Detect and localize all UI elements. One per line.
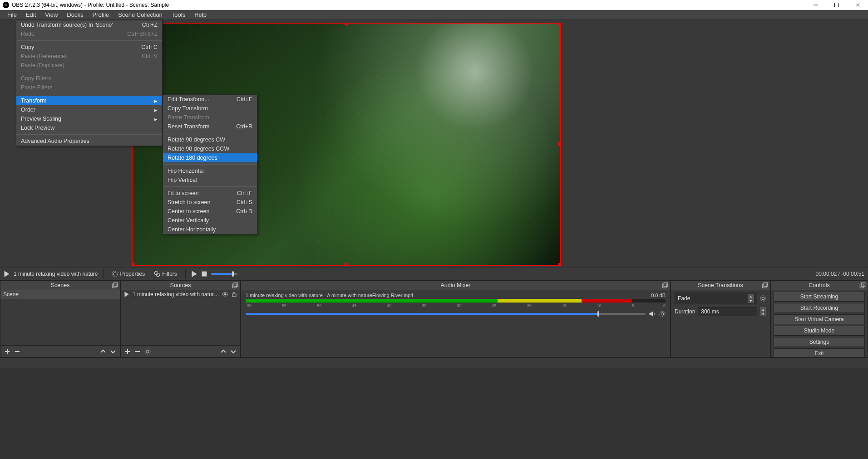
chevron-down-icon[interactable]: ▼ <box>748 298 754 303</box>
transform-menu-item[interactable]: Edit Transform...Ctrl+E <box>163 95 257 104</box>
edit-menu-item[interactable]: Undo Transform source(s) In 'Scene'Ctrl+… <box>16 20 162 29</box>
chevron-right-icon: ▸ <box>154 107 158 113</box>
resize-handle[interactable] <box>558 23 561 25</box>
menu-view[interactable]: View <box>40 10 62 19</box>
properties-button[interactable]: Properties <box>109 270 148 278</box>
transform-menu-item[interactable]: Center Horizontally <box>163 225 257 234</box>
transform-menu-item[interactable]: Rotate 180 degrees <box>163 153 257 162</box>
menu-edit[interactable]: Edit <box>21 10 40 19</box>
menu-tools[interactable]: Tools <box>167 10 190 19</box>
svg-point-34 <box>762 297 764 300</box>
source-properties-button[interactable] <box>144 348 151 355</box>
maximize-button[interactable] <box>826 0 847 10</box>
minimize-button[interactable] <box>805 0 826 10</box>
start-streaming-button[interactable]: Start Streaming <box>774 292 865 302</box>
transform-menu-item[interactable]: Rotate 90 degrees CW <box>163 135 257 144</box>
add-scene-button[interactable] <box>4 348 10 355</box>
edit-menu-item[interactable]: Transform▸ <box>16 96 162 105</box>
svg-rect-27 <box>662 284 666 288</box>
transform-menu-item[interactable]: Rotate 90 degrees CCW <box>163 144 257 153</box>
source-item[interactable]: 1 minute relaxing video with nature - A … <box>121 290 240 299</box>
move-source-up-button[interactable] <box>220 348 227 355</box>
dock-popout-icon[interactable] <box>232 282 238 288</box>
transform-menu-item[interactable]: Reset TransformCtrl+R <box>163 122 257 131</box>
visibility-toggle-icon[interactable] <box>222 291 228 298</box>
transform-submenu: Edit Transform...Ctrl+ECopy TransformPas… <box>163 94 257 234</box>
studio-mode-button[interactable]: Studio Mode <box>774 326 865 336</box>
chevron-right-icon: ▸ <box>154 116 158 122</box>
audio-mixer-dock: Audio Mixer 1 minute relaxing video with… <box>241 280 671 357</box>
move-scene-down-button[interactable] <box>110 348 116 355</box>
edit-menu-item[interactable]: Lock Preview <box>16 123 162 132</box>
edit-dropdown: Undo Transform source(s) In 'Scene'Ctrl+… <box>16 20 163 146</box>
remove-scene-button[interactable] <box>14 348 20 355</box>
volume-slider[interactable] <box>246 313 646 315</box>
remove-source-button[interactable] <box>134 348 141 355</box>
menu-shortcut: Ctrl+Z <box>128 22 158 28</box>
dock-popout-icon[interactable] <box>662 282 668 288</box>
vu-tick: -30 <box>455 303 461 308</box>
media-play-button[interactable] <box>191 271 197 277</box>
scene-item[interactable]: Scene <box>0 290 120 299</box>
settings-button[interactable]: Settings <box>774 337 865 347</box>
dock-popout-icon[interactable] <box>762 282 768 288</box>
duration-input[interactable]: 300 ms <box>698 307 757 316</box>
resize-handle[interactable] <box>132 263 134 266</box>
transform-menu-item: Paste Transform <box>163 113 257 122</box>
transform-menu-item[interactable]: Flip Vertical <box>163 176 257 185</box>
menu-item-label: Paste (Duplicate) <box>21 62 64 68</box>
transform-menu-item[interactable]: Stretch to screenCtrl+S <box>163 198 257 207</box>
media-seek-slider[interactable] <box>211 273 237 275</box>
mixer-settings-button[interactable] <box>659 311 666 317</box>
exit-button[interactable]: Exit <box>774 348 865 357</box>
start-virtual-camera-button[interactable]: Start Virtual Camera <box>774 314 865 324</box>
titlebar: OBS 27.2.3 (64-bit, windows) - Profile: … <box>0 0 868 10</box>
menu-item-label: Advanced Audio Properties <box>21 138 89 144</box>
resize-handle[interactable] <box>345 23 348 25</box>
speaker-icon[interactable] <box>649 311 656 317</box>
menu-profile[interactable]: Profile <box>88 10 113 19</box>
transitions-dock: Scene Transitions Fade ▲ ▼ Duration 300 … <box>671 280 770 357</box>
menu-help[interactable]: Help <box>190 10 211 19</box>
menu-file[interactable]: File <box>3 10 21 19</box>
edit-menu-item[interactable]: CopyCtrl+C <box>16 43 162 52</box>
start-recording-button[interactable]: Start Recording <box>774 303 865 313</box>
media-stop-button[interactable] <box>201 271 207 277</box>
transform-menu-item[interactable]: Center to screenCtrl+D <box>163 207 257 216</box>
add-source-button[interactable] <box>124 348 131 355</box>
menu-docks[interactable]: Docks <box>62 10 88 19</box>
menu-scene-collection[interactable]: Scene Collection <box>113 10 167 19</box>
transform-menu-item[interactable]: Fit to screenCtrl+F <box>163 189 257 198</box>
transition-select[interactable]: Fade ▲ ▼ <box>675 293 757 304</box>
chevron-up-icon[interactable]: ▲ <box>760 307 766 312</box>
close-button[interactable] <box>847 0 868 10</box>
dock-popout-icon[interactable] <box>112 282 118 288</box>
svg-marker-4 <box>5 271 9 277</box>
divider <box>185 269 186 278</box>
transform-menu-item[interactable]: Flip Horizontal <box>163 166 257 176</box>
edit-menu-item[interactable]: Advanced Audio Properties <box>16 137 162 146</box>
statusbar <box>0 357 868 368</box>
move-source-down-button[interactable] <box>230 348 237 355</box>
window-title: OBS 27.2.3 (64-bit, windows) - Profile: … <box>12 2 169 8</box>
move-scene-up-button[interactable] <box>100 348 106 355</box>
chevron-down-icon[interactable]: ▼ <box>760 312 766 316</box>
resize-handle[interactable] <box>558 263 561 266</box>
transform-menu-item[interactable]: Copy Transform <box>163 104 257 113</box>
chevron-up-icon[interactable]: ▲ <box>748 294 754 298</box>
menu-separator <box>163 133 257 133</box>
resize-handle[interactable] <box>558 142 561 146</box>
resize-handle[interactable] <box>345 263 348 266</box>
obs-logo-icon <box>3 2 9 8</box>
docks-row: Scenes Scene Sources 1 minute relaxing v… <box>0 280 868 357</box>
svg-point-31 <box>660 311 665 317</box>
svg-rect-1 <box>835 3 839 7</box>
transform-menu-item[interactable]: Center Vertically <box>163 216 257 225</box>
filters-button[interactable]: Filters <box>151 270 180 278</box>
edit-menu-item[interactable]: Order▸ <box>16 105 162 114</box>
transition-settings-button[interactable] <box>760 295 766 302</box>
dock-popout-icon[interactable] <box>859 282 866 288</box>
lock-toggle-icon[interactable] <box>231 291 237 298</box>
menu-item-label: Redo <box>21 31 35 37</box>
edit-menu-item[interactable]: Preview Scaling▸ <box>16 114 162 123</box>
